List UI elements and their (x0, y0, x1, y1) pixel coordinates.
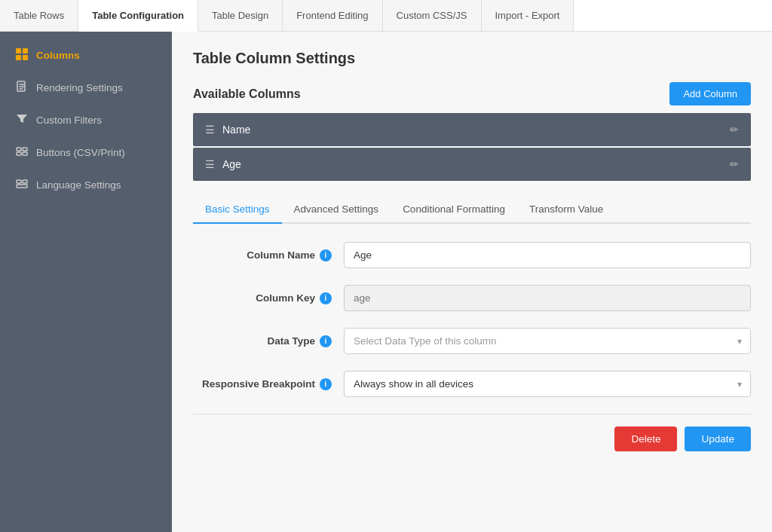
svg-rect-9 (17, 180, 21, 183)
column-row-age-left: ☰ Age (205, 158, 241, 170)
main-layout: Columns Rendering Settings Custom Filter… (0, 32, 772, 532)
available-columns-header: Available Columns Add Column (193, 82, 751, 105)
column-key-input[interactable] (344, 285, 751, 311)
tab-table-design[interactable]: Table Design (198, 0, 283, 31)
sidebar-item-language-settings[interactable]: Language Settings (0, 169, 172, 201)
hamburger-icon: ☰ (205, 124, 215, 136)
column-row-name[interactable]: ☰ Name ✏ (193, 113, 751, 146)
language-icon (15, 178, 29, 192)
page-title: Table Column Settings (193, 50, 751, 67)
column-key-label: Column Key i (193, 292, 344, 304)
svg-rect-0 (16, 48, 21, 54)
settings-tabs: Basic Settings Advanced Settings Conditi… (193, 196, 751, 224)
data-type-row: Data Type i Select Data Type of this col… (193, 328, 751, 354)
buttons-icon (15, 145, 29, 160)
available-columns-title: Available Columns (193, 87, 301, 101)
tab-basic-settings[interactable]: Basic Settings (193, 196, 282, 224)
top-tab-bar: Table Rows Table Configuration Table Des… (0, 0, 772, 32)
tab-advanced-settings[interactable]: Advanced Settings (282, 196, 391, 224)
responsive-breakpoint-select[interactable]: Always show in all devices (344, 371, 751, 397)
svg-rect-8 (23, 152, 27, 155)
settings-form: Column Name i Column Key i Data Type i (193, 242, 751, 451)
form-footer: Delete Update (193, 414, 751, 451)
responsive-breakpoint-select-wrapper: Always show in all devices ▾ (344, 371, 751, 397)
tab-transform-value[interactable]: Transform Value (517, 196, 615, 224)
data-type-select-wrapper: Select Data Type of this column ▾ (344, 328, 751, 354)
responsive-breakpoint-label: Responsive Breakpoint i (193, 378, 344, 390)
sidebar-item-rendering-settings[interactable]: Rendering Settings (0, 72, 172, 104)
doc-icon (15, 81, 29, 95)
svg-rect-6 (23, 148, 27, 151)
svg-rect-1 (23, 48, 28, 54)
column-key-row: Column Key i (193, 285, 751, 311)
sidebar-item-columns[interactable]: Columns (0, 39, 172, 72)
svg-rect-3 (23, 55, 28, 60)
column-key-info-icon[interactable]: i (320, 292, 332, 304)
column-name-info-icon[interactable]: i (320, 249, 332, 261)
delete-button[interactable]: Delete (614, 427, 677, 451)
tab-custom-css-js[interactable]: Custom CSS/JS (383, 0, 482, 31)
responsive-breakpoint-row: Responsive Breakpoint i Always show in a… (193, 371, 751, 397)
tab-import-export[interactable]: Import - Export (482, 0, 574, 31)
column-name-row: Column Name i (193, 242, 751, 268)
sidebar-item-custom-filters[interactable]: Custom Filters (0, 104, 172, 136)
tab-table-configuration[interactable]: Table Configuration (78, 0, 198, 32)
svg-rect-10 (23, 180, 27, 183)
column-name-label: Column Name i (193, 249, 344, 261)
svg-rect-7 (17, 152, 21, 155)
grid-icon (15, 48, 29, 63)
data-type-info-icon[interactable]: i (320, 335, 332, 347)
data-type-select[interactable]: Select Data Type of this column (344, 328, 751, 354)
filter-icon (15, 113, 29, 127)
tab-conditional-formatting[interactable]: Conditional Formatting (391, 196, 517, 224)
column-row-name-left: ☰ Name (205, 124, 250, 136)
responsive-breakpoint-info-icon[interactable]: i (320, 378, 332, 390)
svg-rect-11 (17, 185, 27, 188)
edit-icon[interactable]: ✏ (730, 124, 739, 136)
edit-icon-2[interactable]: ✏ (730, 158, 739, 170)
sidebar: Columns Rendering Settings Custom Filter… (0, 32, 172, 532)
hamburger-icon-2: ☰ (205, 158, 215, 170)
update-button[interactable]: Update (685, 427, 751, 451)
sidebar-item-buttons[interactable]: Buttons (CSV/Print) (0, 136, 172, 169)
tab-table-rows[interactable]: Table Rows (0, 0, 78, 31)
tab-frontend-editing[interactable]: Frontend Editing (283, 0, 382, 31)
svg-rect-5 (17, 148, 21, 151)
content-area: Table Column Settings Available Columns … (172, 32, 772, 532)
data-type-label: Data Type i (193, 335, 344, 347)
svg-rect-2 (16, 55, 21, 60)
add-column-button[interactable]: Add Column (669, 82, 751, 105)
column-name-input[interactable] (344, 242, 751, 268)
column-row-age[interactable]: ☰ Age ✏ (193, 148, 751, 181)
